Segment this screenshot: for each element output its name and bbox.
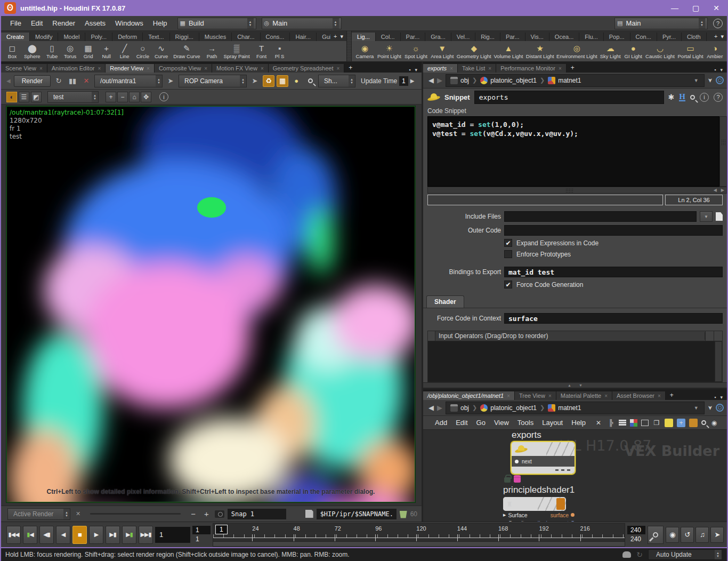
tab-close-icon[interactable]: × <box>658 393 661 399</box>
menu-item[interactable]: Help <box>148 18 172 29</box>
shelf-tab[interactable]: Rig... <box>475 33 500 41</box>
shelf-tab[interactable]: Flu... <box>579 33 603 41</box>
output-dot[interactable] <box>571 521 575 522</box>
spinner-arrows[interactable]: ▲▼ <box>247 18 254 29</box>
breadcrumb-matnet[interactable]: matnet1 <box>546 77 583 84</box>
pane-tab[interactable]: Render View× <box>106 64 155 73</box>
current-frame-field[interactable]: 1 <box>155 527 190 543</box>
save-snapshot-icon[interactable] <box>305 510 313 518</box>
enforce-prototypes-checkbox[interactable]: ✔ <box>504 250 512 258</box>
breadcrumb-object[interactable]: platonic_object1 <box>478 404 539 412</box>
pane-tab[interactable]: Performance Monitor× <box>496 64 567 73</box>
shelf-tab[interactable]: Deform <box>112 33 143 41</box>
network-menu-item[interactable]: View <box>490 418 513 428</box>
prev-keyframe-button[interactable]: ▮◀ <box>23 526 37 544</box>
refresh-icon[interactable]: ↻ <box>53 75 64 87</box>
preview-toggle-icon[interactable]: ♻ <box>263 75 274 87</box>
follow-selection-icon[interactable] <box>716 404 724 412</box>
pane-collapse-handle[interactable]: ▲▼ <box>423 382 727 388</box>
vex-code-editor[interactable]: v@mat_id = set(1,0,0);v@test = set(v@Cd.… <box>427 116 719 187</box>
snapshot-path-field[interactable]: $HIP/ipr/$SNAPNAME. <box>317 509 397 519</box>
increase-icon[interactable]: + <box>201 509 212 518</box>
shelf-tool[interactable]: ★ Distant Light <box>524 43 555 60</box>
inspect-icon[interactable] <box>304 75 316 87</box>
choose-camera-icon[interactable]: ➤ <box>249 75 261 87</box>
shelf-tab[interactable]: Cons... <box>261 33 290 41</box>
breadcrumb[interactable]: obj ❯ platonic_object1 ❯ matnet1 ▼ <box>446 402 705 414</box>
update-time-value[interactable]: 1 <box>399 76 408 86</box>
shelf-tool[interactable]: ☀ Point Light <box>376 43 403 60</box>
menu-item[interactable]: File <box>5 18 26 29</box>
include-files-field[interactable] <box>504 211 697 222</box>
list-button[interactable] <box>705 331 714 341</box>
shelf-tab[interactable]: Par... <box>500 33 525 41</box>
list-button[interactable] <box>714 331 722 341</box>
node-exports[interactable]: exports next <box>512 430 575 474</box>
shelf-tab[interactable]: Ocea... <box>549 33 579 41</box>
shelf-tool[interactable]: T Font <box>253 43 271 60</box>
view-image-toggle[interactable]: ◩ <box>31 92 42 102</box>
shelf-tool[interactable]: ▯ Tube <box>43 43 61 60</box>
help-icon[interactable]: ? <box>713 19 723 28</box>
decrease-icon[interactable]: − <box>188 509 198 518</box>
stop-render-icon[interactable]: ✕ <box>80 75 92 87</box>
tab-close-icon[interactable]: × <box>98 66 101 71</box>
snapshot-name-field[interactable]: Snap 1 <box>228 509 286 519</box>
pane-tab[interactable]: Take List× <box>458 64 496 73</box>
zoom-out-icon[interactable]: − <box>117 92 128 102</box>
shelf-tool[interactable]: ◻ Box <box>3 43 21 60</box>
grid-layout-icon[interactable] <box>641 420 649 426</box>
tab-close-icon[interactable]: × <box>507 393 510 399</box>
shelf-tool[interactable]: ▭ Portal Light <box>676 43 705 60</box>
timeline-ruler[interactable]: 1 24487296120144168192216 <box>213 523 625 547</box>
shelf-tab[interactable]: Hair... <box>290 33 317 41</box>
go-to-end-button[interactable]: ▶▶▮ <box>139 526 153 544</box>
view-layout-toggle[interactable]: ☰ <box>19 92 29 102</box>
wrench-icon[interactable]: ✕ <box>594 419 603 427</box>
code-vertical-scrollbar[interactable] <box>719 116 727 187</box>
rop-selector[interactable]: /out/mantra1 ▲▼ <box>94 75 163 87</box>
shelf-tab[interactable]: Col... <box>376 33 401 41</box>
minimize-button[interactable]: — <box>671 4 678 12</box>
tab-close-icon[interactable]: × <box>488 66 491 71</box>
shelf-tool[interactable]: ▪ Pl S <box>271 43 289 60</box>
spinner-arrows[interactable]: ▲▼ <box>333 18 339 29</box>
next-keyframe-button[interactable]: ▶▮ <box>122 526 136 544</box>
fit-view-icon[interactable]: ✥ <box>141 92 151 102</box>
houdini-expression-icon[interactable]: H <box>679 93 685 101</box>
menu-item[interactable]: Assets <box>80 18 110 29</box>
shelf-tab[interactable]: Vel... <box>451 33 475 41</box>
delete-render-icon[interactable]: ✕ <box>74 510 83 517</box>
color-palette-icon[interactable] <box>630 419 637 427</box>
tab-close-icon[interactable]: × <box>450 66 453 71</box>
shelf-tool[interactable]: ○ Circle <box>134 43 152 60</box>
path-dropdown-icon[interactable]: ▼ <box>691 405 702 411</box>
snapshot-preset-selector[interactable]: test ▲▼ <box>47 91 99 103</box>
snapshot-camera-icon[interactable] <box>215 510 224 518</box>
shelf-tab[interactable]: Lig... <box>352 33 376 41</box>
lights-icon[interactable]: ● <box>290 75 302 87</box>
tab-close-icon[interactable]: × <box>548 393 552 399</box>
range-start-field[interactable]: 1 <box>192 526 211 534</box>
shelf-tab[interactable]: Solid <box>707 33 711 41</box>
node-input-dot[interactable] <box>515 460 519 463</box>
render-button[interactable]: Render <box>14 75 51 87</box>
info-icon[interactable]: i <box>159 92 168 101</box>
network-menu-item[interactable]: Edit <box>451 418 472 428</box>
node-principledshader[interactable]: principledshader1 ♜ ▶ Surface surface ▶ <box>503 475 575 522</box>
shelf-tab[interactable]: Con... <box>630 33 657 41</box>
menu-item[interactable]: Windows <box>110 18 148 29</box>
network-menu-item[interactable]: Add <box>431 418 451 428</box>
shelf-set-selector[interactable]: ▦ Build ▲▼ <box>177 18 256 29</box>
close-button[interactable]: ✕ <box>713 4 719 12</box>
menu-item[interactable]: Render <box>47 18 80 29</box>
camera-selector[interactable]: ROP Camera ▲▼ <box>179 75 247 87</box>
list-handle[interactable] <box>428 331 435 341</box>
menu-item[interactable]: Edit <box>26 18 47 29</box>
choose-rop-icon[interactable]: ➤ <box>165 75 176 87</box>
pane-tab[interactable]: exports× <box>423 64 458 73</box>
visibility-icon[interactable]: ◉ <box>710 419 718 427</box>
shelf-menu-button[interactable]: ▾ <box>340 33 343 40</box>
update-time-expand-icon[interactable]: ▶ <box>410 78 415 84</box>
render-image[interactable]: /out/mantra1(raytrace)-01:07:32[1] 1280x… <box>6 106 415 502</box>
